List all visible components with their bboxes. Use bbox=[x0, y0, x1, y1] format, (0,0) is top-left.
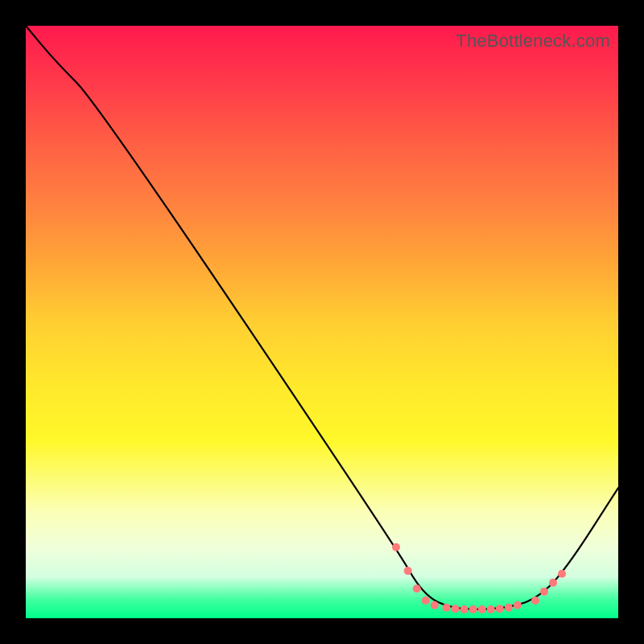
data-point bbox=[422, 597, 430, 605]
data-point bbox=[460, 605, 469, 613]
data-point bbox=[392, 543, 400, 551]
data-point bbox=[413, 584, 421, 592]
data-point bbox=[478, 605, 486, 613]
data-point bbox=[404, 567, 412, 575]
data-point bbox=[549, 579, 557, 587]
data-point bbox=[487, 605, 495, 613]
bottleneck-curve bbox=[26, 26, 618, 609]
data-point bbox=[514, 601, 522, 609]
data-point bbox=[540, 588, 548, 596]
data-point bbox=[496, 605, 504, 613]
chart-frame: TheBottleneck.com bbox=[0, 0, 644, 644]
data-point bbox=[469, 605, 477, 613]
data-point bbox=[443, 604, 451, 612]
data-point bbox=[531, 597, 539, 605]
data-point bbox=[558, 570, 566, 578]
plot-area: TheBottleneck.com bbox=[26, 26, 618, 618]
data-point bbox=[452, 605, 460, 613]
curve-layer bbox=[26, 26, 618, 618]
data-point bbox=[431, 601, 439, 609]
marker-group bbox=[392, 543, 566, 613]
data-point bbox=[505, 604, 513, 612]
